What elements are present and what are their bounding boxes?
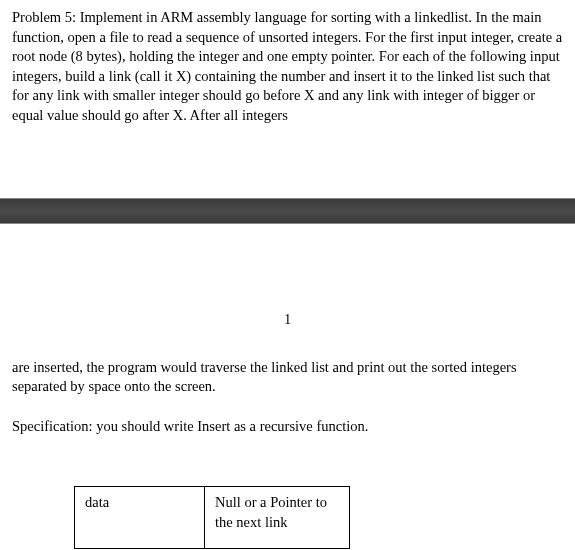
table-row: data Null or a Pointer to the next link bbox=[75, 487, 350, 549]
problem-statement: Problem 5: Implement in ARM assembly lan… bbox=[12, 8, 563, 125]
page-number: 1 bbox=[12, 310, 563, 330]
page-divider-band bbox=[0, 198, 575, 224]
specification-text: Specification: you should write Insert a… bbox=[12, 417, 563, 437]
linked-list-node-diagram: data Null or a Pointer to the next link bbox=[74, 486, 350, 549]
page-top-section: Problem 5: Implement in ARM assembly lan… bbox=[0, 0, 575, 125]
node-data-cell: data bbox=[75, 487, 205, 549]
problem-continuation: are inserted, the program would traverse… bbox=[12, 358, 563, 397]
node-next-cell: Null or a Pointer to the next link bbox=[205, 487, 350, 549]
page-bottom-section: 1 are inserted, the program would traver… bbox=[0, 224, 575, 549]
